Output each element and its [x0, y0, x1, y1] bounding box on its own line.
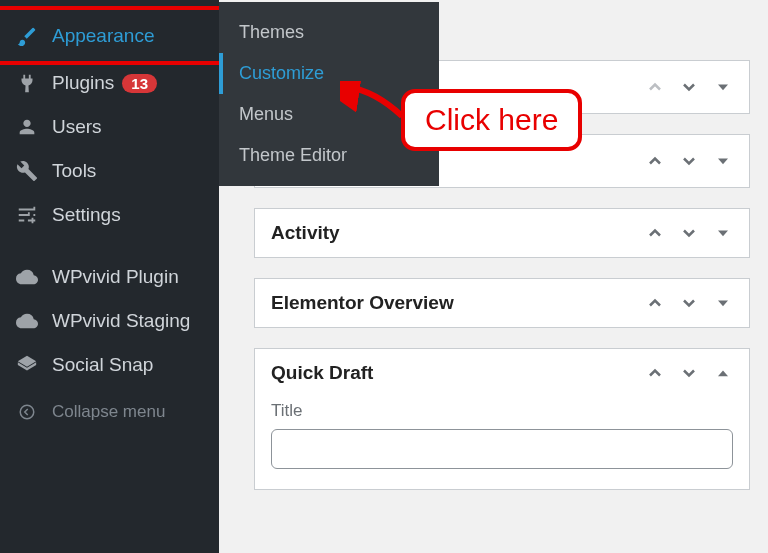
- svg-marker-3: [718, 231, 728, 237]
- sliders-icon: [14, 204, 40, 226]
- chevron-up-icon[interactable]: [645, 223, 665, 243]
- triangle-down-icon[interactable]: [713, 151, 733, 171]
- sidebar-item-users[interactable]: Users: [0, 105, 219, 149]
- panel-activity: Activity: [254, 208, 750, 258]
- panel-quick-draft: Quick Draft Title: [254, 348, 750, 490]
- title-input[interactable]: [271, 429, 733, 469]
- sidebar-item-settings[interactable]: Settings: [0, 193, 219, 237]
- sidebar-label: Collapse menu: [52, 402, 165, 422]
- svg-marker-2: [718, 159, 728, 165]
- admin-sidebar: Appearance Plugins 13 Users Tools: [0, 0, 219, 553]
- panel-title: Elementor Overview: [271, 292, 645, 314]
- svg-point-0: [20, 405, 34, 419]
- triangle-up-icon[interactable]: [713, 363, 733, 383]
- sidebar-label: Plugins: [52, 72, 114, 94]
- plugins-badge: 13: [122, 74, 157, 93]
- user-icon: [14, 116, 40, 138]
- sidebar-item-appearance[interactable]: Appearance: [0, 6, 223, 65]
- submenu-themes[interactable]: Themes: [219, 12, 439, 53]
- sidebar-label: WPvivid Staging: [52, 310, 190, 332]
- sidebar-label: Tools: [52, 160, 96, 182]
- panel-elementor: Elementor Overview: [254, 278, 750, 328]
- cloud-icon: [14, 310, 40, 332]
- chevron-down-icon[interactable]: [679, 363, 699, 383]
- triangle-down-icon[interactable]: [713, 77, 733, 97]
- sidebar-label: Appearance: [52, 25, 154, 47]
- chevron-up-icon[interactable]: [645, 363, 665, 383]
- chevron-down-icon[interactable]: [679, 223, 699, 243]
- sidebar-item-wpvivid-plugin[interactable]: WPvivid Plugin: [0, 255, 219, 299]
- svg-marker-4: [718, 301, 728, 307]
- chevron-up-icon[interactable]: [645, 293, 665, 313]
- collapse-icon: [14, 403, 40, 421]
- chevron-down-icon[interactable]: [679, 293, 699, 313]
- sidebar-label: Settings: [52, 204, 121, 226]
- cloud-icon: [14, 266, 40, 288]
- chevron-up-icon[interactable]: [645, 77, 665, 97]
- wrench-icon: [14, 160, 40, 182]
- plug-icon: [14, 72, 40, 94]
- sidebar-label: WPvivid Plugin: [52, 266, 179, 288]
- panel-title: Activity: [271, 222, 645, 244]
- sidebar-item-social-snap[interactable]: Social Snap: [0, 343, 219, 387]
- sidebar-item-tools[interactable]: Tools: [0, 149, 219, 193]
- chevron-up-icon[interactable]: [645, 151, 665, 171]
- annotation-callout: Click here: [401, 89, 582, 151]
- triangle-down-icon[interactable]: [713, 223, 733, 243]
- title-label: Title: [271, 401, 733, 421]
- annotation-arrow: [340, 81, 410, 136]
- svg-marker-5: [718, 371, 728, 377]
- triangle-down-icon[interactable]: [713, 293, 733, 313]
- svg-marker-1: [718, 85, 728, 91]
- sidebar-collapse[interactable]: Collapse menu: [0, 391, 219, 433]
- sidebar-label: Social Snap: [52, 354, 153, 376]
- panel-title: Quick Draft: [271, 362, 645, 384]
- chevron-down-icon[interactable]: [679, 77, 699, 97]
- chevron-down-icon[interactable]: [679, 151, 699, 171]
- sidebar-item-plugins[interactable]: Plugins 13: [0, 61, 219, 105]
- sidebar-item-wpvivid-staging[interactable]: WPvivid Staging: [0, 299, 219, 343]
- brush-icon: [14, 25, 40, 47]
- sidebar-label: Users: [52, 116, 102, 138]
- layers-icon: [14, 354, 40, 376]
